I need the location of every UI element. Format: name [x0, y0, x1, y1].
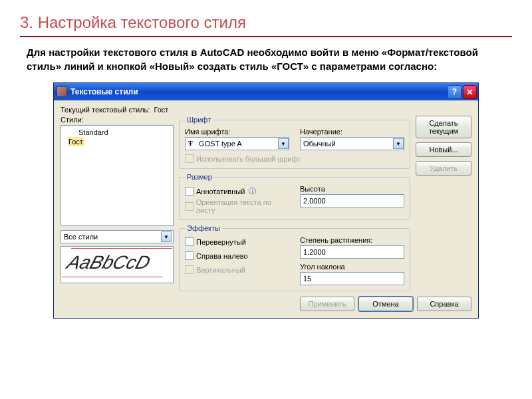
list-item[interactable]: Гост	[68, 137, 84, 146]
title-divider	[20, 36, 512, 37]
upside-down-checkbox[interactable]: Перевернутый	[185, 237, 289, 246]
truetype-icon: Ŧ	[188, 140, 197, 148]
height-field[interactable]: 2.0000	[300, 194, 404, 207]
height-label: Высота	[300, 185, 404, 193]
preview-pane: AaBbCcD	[61, 246, 174, 283]
bigfont-checkbox: Использовать большой шрифт	[185, 154, 404, 163]
vertical-checkbox: Вертикальный	[185, 265, 289, 274]
chevron-down-icon: ▼	[161, 231, 172, 242]
width-factor-field[interactable]: 1.2000	[300, 245, 404, 259]
chevron-down-icon: ▼	[393, 138, 404, 149]
size-group: Размер Аннотативный ⓘ Ориентация текста …	[179, 173, 410, 220]
preview-sample: AaBbCcD	[62, 248, 172, 277]
set-current-button[interactable]: Сделать текущим	[416, 116, 471, 138]
close-icon: ✕	[466, 88, 473, 96]
slide-title: 3. Настройка текстового стиля	[0, 0, 532, 36]
app-icon	[57, 86, 67, 97]
font-style-combo[interactable]: Обычный ▼	[300, 137, 404, 150]
width-factor-label: Степень растяжения:	[300, 236, 404, 244]
apply-button: Применить	[300, 297, 354, 311]
font-name-combo[interactable]: Ŧ GOST type A ▼	[185, 137, 289, 150]
cancel-button[interactable]: Отмена	[358, 297, 413, 311]
annotative-checkbox[interactable]: Аннотативный ⓘ	[185, 186, 289, 196]
font-style-label: Начертание:	[300, 128, 404, 136]
styles-label: Стили:	[61, 116, 174, 124]
chevron-down-icon: ▼	[278, 138, 289, 149]
text-styles-dialog: Текстовые стили ? ✕ Текущий текстовый ст…	[53, 82, 479, 319]
backwards-checkbox[interactable]: Справа налево	[185, 251, 289, 260]
dialog-title: Текстовые стили	[70, 87, 138, 96]
styles-listbox[interactable]: Standard Гост	[61, 125, 174, 226]
paper-orientation-checkbox: Ориентация текста по листу	[185, 198, 289, 214]
titlebar[interactable]: Текстовые стили ? ✕	[54, 83, 478, 100]
list-item[interactable]: Standard	[63, 128, 172, 137]
delete-button: Удалить	[416, 161, 471, 176]
help-button[interactable]: Справка	[417, 297, 471, 311]
new-button[interactable]: Новый...	[416, 142, 471, 157]
current-style-line: Текущий текстовый стиль: Гост	[61, 106, 471, 114]
oblique-angle-label: Угол наклона	[300, 263, 404, 271]
effects-group: Эффекты Перевернутый Справа налево Верти…	[179, 224, 410, 291]
info-icon[interactable]: ⓘ	[249, 186, 256, 196]
close-button[interactable]: ✕	[463, 85, 477, 99]
help-titlebar-button[interactable]: ?	[448, 85, 462, 99]
oblique-angle-field[interactable]: 15	[300, 272, 404, 285]
font-group: Шрифт Имя шрифта: Ŧ GOST type A ▼ Начерт…	[179, 116, 410, 169]
font-name-label: Имя шрифта:	[185, 128, 289, 136]
slide-paragraph: Для настройки текстового стиля в AutoCAD…	[27, 45, 505, 73]
style-filter-combo[interactable]: Все стили ▼	[61, 230, 174, 243]
